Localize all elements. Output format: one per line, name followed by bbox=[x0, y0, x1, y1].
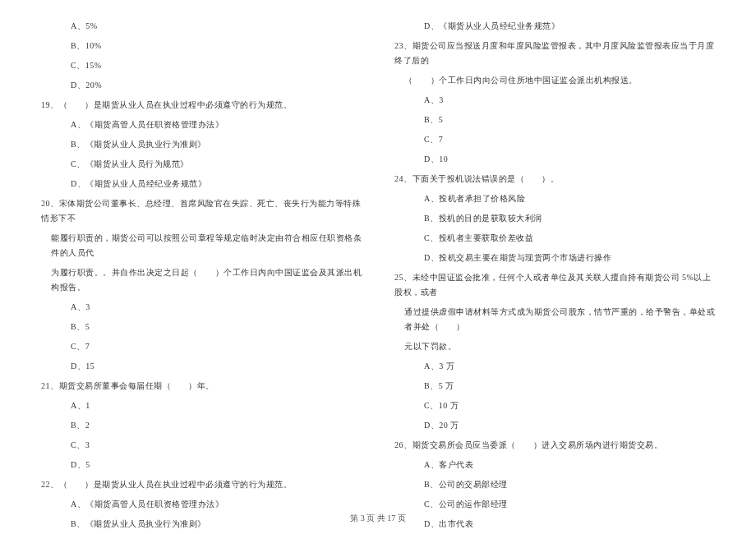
q19-stem: 19、（ ）是期货从业人员在执业过程中必须遵守的行为规范。 bbox=[41, 95, 362, 115]
q26-option-a: A、客户代表 bbox=[394, 455, 715, 475]
q18-option-d: D、20% bbox=[41, 76, 362, 95]
q25-stem-line1: 25、未经中国证监会批准，任何个人或者单位及其关联人擅自持有期货公司 5%以上股… bbox=[394, 268, 715, 302]
q22-option-a: A、《期货高管人员任职资格管理办法》 bbox=[41, 495, 362, 514]
q21-option-a: A、1 bbox=[41, 396, 362, 416]
q26-stem: 26、期货交易所会员应当委派（ ）进入交易所场内进行期货交易。 bbox=[394, 435, 715, 455]
page-footer: 第 3 页 共 17 页 bbox=[0, 513, 756, 524]
q20-stem-line3: 为履行职责。。并自作出决定之日起（ ）个工作日内向中国证监会及其派出机构报告。 bbox=[41, 263, 362, 297]
q18-option-b: B、10% bbox=[41, 36, 362, 56]
q24-option-b: B、投机的目的是获取较大利润 bbox=[394, 209, 715, 228]
q23-option-a: A、3 bbox=[394, 90, 715, 110]
left-column: A、5% B、10% C、15% D、20% 19、（ ）是期货从业人员在执业过… bbox=[41, 16, 362, 534]
q23-stem-line1: 23、期货公司应当报送月度和年度风险监管报表，其中月度风险监管报表应当于月度终了… bbox=[394, 36, 715, 71]
q21-option-c: C、3 bbox=[41, 435, 362, 455]
q23-option-b: B、5 bbox=[394, 110, 715, 130]
q24-option-a: A、投机者承担了价格风险 bbox=[394, 189, 715, 209]
q22-stem: 22、（ ）是期货从业人员在执业过程中必须遵守的行为规范。 bbox=[41, 475, 362, 495]
q26-option-c: C、公司的运作部经理 bbox=[394, 495, 715, 514]
q24-stem: 24、下面关于投机说法错误的是（ ）。 bbox=[394, 169, 715, 189]
q25-option-c: C、10 万 bbox=[394, 396, 715, 416]
q25-stem-line3: 元以下罚款。 bbox=[394, 337, 715, 357]
q20-option-d: D、15 bbox=[41, 357, 362, 376]
q25-option-d: D、20 万 bbox=[394, 416, 715, 435]
q23-option-d: D、10 bbox=[394, 150, 715, 169]
q20-option-a: A、3 bbox=[41, 297, 362, 317]
q19-option-c: C、《期货从业人员行为规范》 bbox=[41, 154, 362, 174]
q24-option-d: D、投机交易主要在期货与现货两个市场进行操作 bbox=[394, 248, 715, 268]
right-column: D、《期货从业人员经纪业务规范》 23、期货公司应当报送月度和年度风险监管报表，… bbox=[394, 16, 715, 534]
q20-stem-line1: 20、宋体期货公司董事长、总经理、首席风险官在失踪、死亡、丧失行为能力等特殊情形… bbox=[41, 194, 362, 228]
q21-option-d: D、5 bbox=[41, 455, 362, 475]
q20-option-b: B、5 bbox=[41, 317, 362, 337]
q24-option-c: C、投机者主要获取价差收益 bbox=[394, 228, 715, 248]
q19-option-b: B、《期货从业人员执业行为准则》 bbox=[41, 135, 362, 154]
q22-option-d: D、《期货从业人员经纪业务规范》 bbox=[394, 16, 715, 36]
q25-option-a: A、3 万 bbox=[394, 357, 715, 376]
q19-option-d: D、《期货从业人员经纪业务规范》 bbox=[41, 174, 362, 194]
q25-option-b: B、5 万 bbox=[394, 376, 715, 396]
q18-option-c: C、15% bbox=[41, 56, 362, 76]
q20-option-c: C、7 bbox=[41, 337, 362, 357]
q25-stem-line2: 通过提供虚假申请材料等方式成为期货公司股东，情节严重的，给予警告，单处或者并处（… bbox=[394, 302, 715, 337]
q18-option-a: A、5% bbox=[41, 16, 362, 36]
exam-page: A、5% B、10% C、15% D、20% 19、（ ）是期货从业人员在执业过… bbox=[0, 0, 756, 534]
q26-option-b: B、公司的交易部经理 bbox=[394, 475, 715, 495]
q21-option-b: B、2 bbox=[41, 416, 362, 435]
q19-option-a: A、《期货高管人员任职资格管理办法》 bbox=[41, 115, 362, 135]
q23-stem-line2: （ ）个工作日内向公司住所地中国证监会派出机构报送。 bbox=[394, 71, 715, 90]
q20-stem-line2: 能履行职责的，期货公司可以按照公司章程等规定临时决定由符合相应任职资格条件的人员… bbox=[41, 228, 362, 263]
q21-stem: 21、期货交易所董事会每届任期（ ）年。 bbox=[41, 376, 362, 396]
q23-option-c: C、7 bbox=[394, 130, 715, 150]
